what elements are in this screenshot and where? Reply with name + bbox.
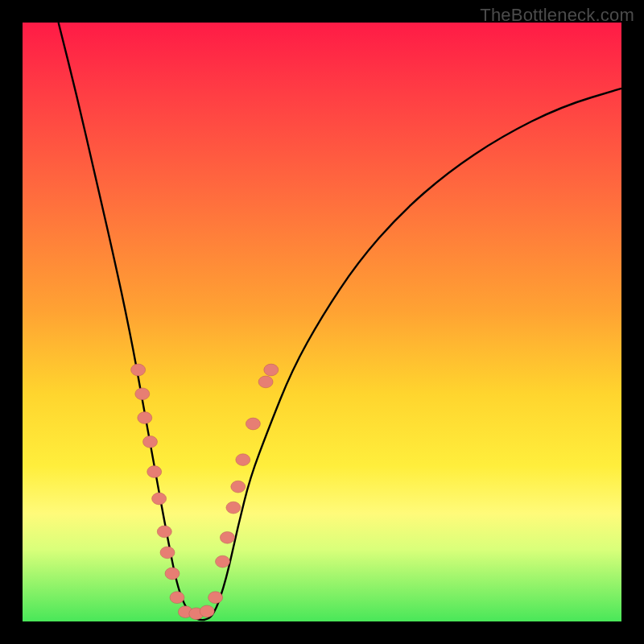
marker-dot — [143, 436, 158, 448]
chart-frame: TheBottleneck.com — [0, 0, 644, 644]
marker-dot — [165, 568, 180, 580]
marker-dot — [246, 418, 260, 430]
marker-dot — [160, 547, 175, 559]
marker-dot — [138, 412, 152, 424]
marker-dot — [135, 388, 150, 400]
watermark-text: TheBottleneck.com — [480, 5, 634, 26]
marker-dot — [208, 592, 223, 604]
marker-dot — [152, 493, 167, 505]
plot-area — [23, 23, 621, 621]
marker-dot — [147, 466, 162, 478]
marker-dot — [231, 481, 246, 493]
chart-svg — [23, 23, 621, 621]
marker-dot — [236, 454, 250, 466]
marker-dot — [226, 502, 241, 514]
marker-dot — [200, 605, 214, 617]
marker-group — [131, 364, 279, 620]
marker-dot — [170, 592, 184, 604]
marker-dot — [264, 364, 279, 376]
marker-dot — [131, 364, 146, 376]
marker-dot — [157, 526, 171, 538]
marker-dot — [216, 555, 230, 568]
bottleneck-curve — [59, 23, 621, 620]
marker-dot — [220, 531, 234, 543]
marker-dot — [258, 376, 273, 388]
